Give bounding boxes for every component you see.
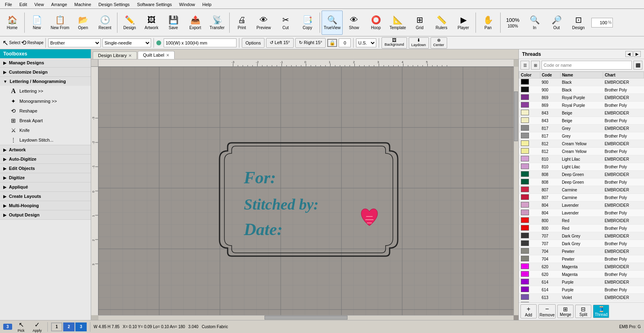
section-lettering-header[interactable]: ▼ Lettering / Monogramming (0, 77, 91, 86)
section-digitize-header[interactable]: ▶ Digitize (0, 173, 91, 182)
layer-1-box[interactable]: 1 (51, 322, 62, 331)
pick-tool-button[interactable]: ↖ Pick (15, 320, 27, 333)
threads-search-input[interactable] (542, 61, 632, 70)
section-artwork-header[interactable]: ▶ Artwork (0, 145, 91, 154)
monogramming-item[interactable]: ✦ Monogramming >> (0, 96, 91, 106)
section-create-layouts-header[interactable]: ▶ Create Layouts (0, 192, 91, 201)
threads-table-row[interactable]: 800 Red Brother Poly (519, 225, 644, 232)
tab-design-library[interactable]: Design Library ✕ (93, 51, 137, 59)
pan-button[interactable]: ✋ Pan (478, 11, 499, 35)
export-button[interactable]: 📤 Export (185, 11, 206, 35)
background-button[interactable]: 🖼 Background (382, 37, 407, 49)
hoop-button[interactable]: ⭕ Hoop (365, 11, 386, 35)
section-multi-hooping-header[interactable]: ▶ Multi-Hooping (0, 201, 91, 210)
threads-split-button[interactable]: ⊟ Split (575, 305, 591, 318)
reshape-button[interactable]: ⟲ Reshape (22, 37, 43, 49)
threads-table-row[interactable]: 704 Pewter EMBROIDER (519, 248, 644, 255)
threads-table-row[interactable]: 807 Carmine EMBROIDER (519, 186, 644, 194)
h-scrollbar-thumb[interactable] (264, 316, 348, 320)
zoom-design-button[interactable]: ⊡ Design (568, 11, 589, 35)
layer-2-box[interactable]: 2 (63, 322, 75, 331)
size-input[interactable] (164, 38, 237, 47)
home-button[interactable]: 🏠 Home (2, 11, 23, 35)
menu-file[interactable]: File (2, 1, 15, 8)
needle-select[interactable]: Single-needle (102, 38, 151, 47)
lettering-item[interactable]: A Lettering >> (0, 86, 91, 96)
section-applique-header[interactable]: ▶ Appliqué (0, 182, 91, 191)
threads-table-row[interactable]: 808 Deep Green Brother Poly (519, 178, 644, 186)
apply-tool-button[interactable]: ✓ Apply (30, 320, 45, 333)
grid-button[interactable]: ⊞ Grid (409, 11, 430, 35)
cut-button[interactable]: ✂ Cut (275, 11, 296, 35)
threads-table-row[interactable]: 800 Red EMBROIDER (519, 217, 644, 225)
break-apart-item[interactable]: ⊞ Break Apart (0, 116, 91, 125)
section-output-design-header[interactable]: ▶ Output Design (0, 210, 91, 219)
zoom-in-button[interactable]: 🔍 In (524, 11, 545, 35)
layer-3-box[interactable]: 3 (75, 322, 87, 331)
threads-color-grid-button[interactable]: ⬛ (633, 61, 642, 70)
print-button[interactable]: 🖨 Print (231, 11, 252, 35)
tab-quilt-label-close[interactable]: ✕ (166, 53, 169, 57)
threads-table-row[interactable]: 817 Grey Brother Poly (519, 132, 644, 140)
design-area[interactable]: For: Stitched by: Date: (98, 67, 518, 320)
center-button[interactable]: ⊕ Center (431, 37, 447, 49)
threads-table-row[interactable]: 808 Deep Green EMBROIDER (519, 171, 644, 178)
threads-table-row[interactable]: 620 Magenta EMBROIDER (519, 263, 644, 271)
menu-machine[interactable]: Machine (71, 1, 95, 8)
threads-collapse-button[interactable]: ▶ (633, 51, 641, 57)
new-from-button[interactable]: 📋 New From (48, 11, 72, 35)
preview-button[interactable]: 👁 Preview (253, 11, 274, 35)
zoom-100-button[interactable]: 100% 100% (502, 11, 523, 35)
vertical-scrollbar[interactable] (514, 67, 518, 315)
threads-table-row[interactable]: 807 Carmine Brother Poly (519, 194, 644, 201)
section-manage-designs-header[interactable]: ▶ Manage Designs (0, 58, 91, 67)
player-button[interactable]: ▶ Player (453, 11, 474, 35)
threads-remove-button[interactable]: − Remove (538, 304, 556, 318)
new-button[interactable]: 📄 New (26, 11, 47, 35)
threads-list-view-button[interactable]: ☰ (520, 61, 529, 70)
machine-select[interactable]: Brother (48, 38, 101, 47)
rotate-right-button[interactable]: ↻ Right 15° (295, 38, 326, 48)
unit-select[interactable]: U.S. (356, 38, 376, 47)
threads-table-row[interactable]: 704 Pewter Brother Poly (519, 255, 644, 263)
threads-add-button[interactable]: + Add (520, 304, 537, 318)
menu-arrange[interactable]: Arrange (48, 1, 70, 8)
tab-quilt-label[interactable]: Quilt Label ✕ (138, 51, 175, 59)
transfer-button[interactable]: 📡 Transfer (207, 11, 228, 35)
menu-software-settings[interactable]: Software Settings (134, 1, 175, 8)
zoom-out-button[interactable]: 🔎 Out (546, 11, 567, 35)
threads-merge-button[interactable]: ⊞ Merge (557, 305, 574, 318)
menu-design-settings[interactable]: Design Settings (95, 1, 133, 8)
threads-table-row[interactable]: 707 Dark Grey EMBROIDER (519, 232, 644, 240)
show-button[interactable]: 👁 Show (343, 11, 365, 35)
threads-table-row[interactable]: 817 Grey EMBROIDER (519, 125, 644, 132)
threads-table-row[interactable]: 900 Black EMBROIDER (519, 78, 644, 86)
laydown-stitch-item[interactable]: ⋮ Laydown Stitch... (0, 135, 91, 145)
threads-table-row[interactable]: 812 Cream Yellow EMBROIDER (519, 140, 644, 148)
threads-table-row[interactable]: 620 Magenta Brother Poly (519, 271, 644, 278)
options-button[interactable]: Options (242, 38, 264, 48)
recent-button[interactable]: 🕒 Recent (94, 11, 115, 35)
trueview-button[interactable]: 🔍 TrueView (322, 11, 343, 35)
select-button[interactable]: ↖ Select (2, 37, 20, 49)
embroidery-design[interactable]: For: Stitched by: Date: (211, 139, 406, 260)
threads-table-row[interactable]: 804 Lavender EMBROIDER (519, 201, 644, 209)
knife-item[interactable]: ⚔ Knife (0, 125, 91, 135)
artwork-button[interactable]: 🖼 Artwork (141, 11, 162, 35)
lock-value-input[interactable] (339, 38, 351, 47)
copy-button[interactable]: 📑 Copy (297, 11, 318, 35)
horizontal-scrollbar[interactable] (98, 315, 514, 320)
threads-expand-button[interactable]: ◀ (625, 51, 633, 57)
layer-count-chip[interactable]: 3 (3, 324, 12, 330)
threads-table-row[interactable]: 810 Light Lilac Brother Poly (519, 163, 644, 171)
save-button[interactable]: 💾 Save (163, 11, 184, 35)
section-customize-design-header[interactable]: ▶ Customize Design (0, 68, 91, 76)
threads-table-row[interactable]: 804 Lavender Brother Poly (519, 209, 644, 217)
menu-edit[interactable]: Edit (16, 1, 30, 8)
design-button[interactable]: ✏️ Design (119, 11, 140, 35)
open-button[interactable]: 📂 Open (73, 11, 94, 35)
zoom-input[interactable] (592, 20, 608, 25)
v-scrollbar-thumb[interactable] (514, 91, 518, 141)
threads-table-row[interactable]: 614 Purple EMBROIDER (519, 278, 644, 286)
threads-table-row[interactable]: 843 Beige EMBROIDER (519, 109, 644, 117)
